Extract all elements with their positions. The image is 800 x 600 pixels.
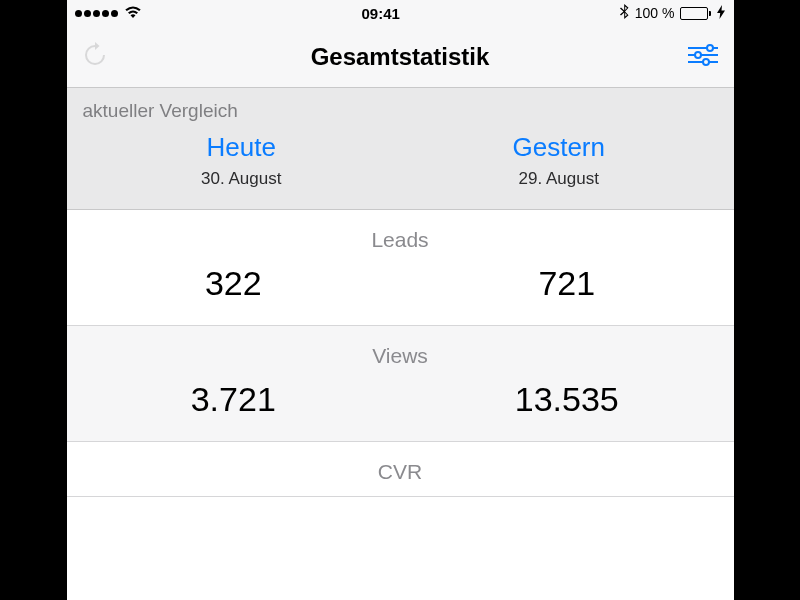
- status-left: [75, 5, 142, 22]
- metric-row-cvr: CVR: [67, 442, 734, 497]
- comparison-caption: aktueller Vergleich: [83, 100, 718, 122]
- navbar: Gesamtstatistik: [67, 26, 734, 88]
- battery-icon: [680, 7, 711, 20]
- metric-title: Leads: [67, 228, 734, 252]
- comparison-header: aktueller Vergleich Heute 30. August Ges…: [67, 88, 734, 210]
- metric-value-left: 322: [67, 264, 401, 303]
- page-title: Gesamtstatistik: [311, 43, 490, 71]
- bluetooth-icon: [620, 4, 629, 22]
- refresh-button[interactable]: [81, 41, 109, 73]
- status-time: 09:41: [361, 5, 399, 22]
- metric-value-left: 3.721: [67, 380, 401, 419]
- svg-point-4: [695, 52, 701, 58]
- compare-col-yesterday[interactable]: Gestern 29. August: [400, 132, 718, 189]
- metric-value-right: 13.535: [400, 380, 734, 419]
- wifi-icon: [124, 5, 142, 22]
- status-bar: 09:41 100 %: [67, 0, 734, 26]
- compare-yesterday-label: Gestern: [400, 132, 718, 163]
- app-screen: 09:41 100 %: [67, 0, 734, 600]
- metric-value-right: 721: [400, 264, 734, 303]
- compare-yesterday-date: 29. August: [400, 169, 718, 189]
- metric-title: Views: [67, 344, 734, 368]
- svg-point-3: [707, 45, 713, 51]
- battery-percent: 100 %: [635, 5, 675, 21]
- metric-row-views: Views 3.721 13.535: [67, 326, 734, 442]
- metric-row-leads: Leads 322 721: [67, 210, 734, 326]
- status-right: 100 %: [620, 4, 726, 22]
- charging-icon: [717, 5, 725, 22]
- compare-today-date: 30. August: [83, 169, 401, 189]
- metric-title: CVR: [67, 460, 734, 484]
- compare-today-label: Heute: [83, 132, 401, 163]
- settings-button[interactable]: [688, 44, 718, 70]
- signal-dots-icon: [75, 10, 118, 17]
- compare-col-today[interactable]: Heute 30. August: [83, 132, 401, 189]
- svg-point-5: [703, 59, 709, 65]
